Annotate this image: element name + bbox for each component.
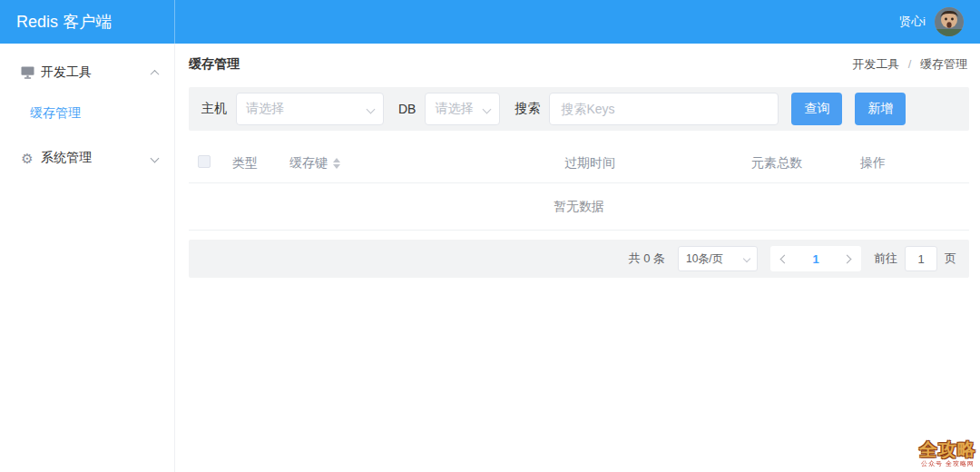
page-size-value: 10条/页: [686, 251, 723, 267]
avatar[interactable]: [935, 7, 964, 36]
app-title: Redis 客户端: [0, 0, 175, 44]
user-area[interactable]: 贤心i: [899, 7, 980, 36]
sidebar-group-dev-tools[interactable]: 开发工具: [0, 54, 174, 91]
breadcrumb-separator: /: [908, 57, 912, 71]
app-window: Redis 客户端 贤心i: [0, 0, 980, 472]
sidebar-group-label: 系统管理: [41, 150, 152, 166]
sidebar: 开发工具 缓存管理 ⚙ 系统管理: [0, 44, 175, 472]
chevron-down-icon: [151, 153, 160, 162]
query-button[interactable]: 查询: [791, 93, 842, 125]
chevron-down-icon: [367, 104, 376, 113]
gear-icon: ⚙: [20, 151, 34, 165]
sort-icon[interactable]: [333, 158, 340, 169]
db-select-placeholder: 请选择: [435, 101, 473, 117]
page-header: 缓存管理 开发工具 / 缓存管理: [176, 44, 980, 85]
add-button[interactable]: 新增: [855, 93, 906, 125]
select-all-checkbox[interactable]: [198, 155, 211, 168]
host-select[interactable]: 请选择: [236, 93, 384, 125]
pager: 1: [770, 246, 861, 271]
main-content: 缓存管理 开发工具 / 缓存管理 主机 请选择 DB 请选择 搜索 查询 新增: [176, 44, 980, 472]
goto-suffix: 页: [945, 251, 956, 267]
sidebar-group-label: 开发工具: [41, 64, 152, 81]
current-page[interactable]: 1: [799, 252, 831, 266]
table-header-row: 类型 缓存键 过期时间 元素总数 操作: [189, 143, 969, 183]
column-header-type: 类型: [232, 155, 289, 172]
pagination-bar: 共 0 条 10条/页 1 前往 页: [189, 240, 969, 278]
empty-state: 暂无数据: [189, 183, 969, 231]
chevron-down-icon: [743, 255, 750, 262]
breadcrumb-item: 缓存管理: [920, 57, 967, 71]
top-header: Redis 客户端 贤心i: [0, 0, 980, 44]
breadcrumb: 开发工具 / 缓存管理: [852, 56, 967, 73]
db-label: DB: [398, 102, 416, 116]
pagination-total: 共 0 条: [629, 251, 665, 267]
search-label: 搜索: [514, 101, 540, 117]
column-header-expire-time: 过期时间: [564, 155, 751, 172]
sidebar-item-cache-management[interactable]: 缓存管理: [0, 94, 174, 131]
column-header-element-count: 元素总数: [751, 155, 860, 172]
page-size-select[interactable]: 10条/页: [678, 246, 758, 271]
cache-table: 类型 缓存键 过期时间 元素总数 操作 暂无数据: [189, 143, 969, 231]
prev-page-icon[interactable]: [780, 254, 789, 263]
goto-label: 前往: [874, 251, 897, 267]
filter-bar: 主机 请选择 DB 请选择 搜索 查询 新增: [189, 87, 969, 131]
breadcrumb-item[interactable]: 开发工具: [852, 57, 899, 71]
db-select[interactable]: 请选择: [425, 93, 500, 125]
monitor-icon: [20, 65, 34, 80]
goto-page: 前往 页: [874, 246, 956, 271]
column-header-operation: 操作: [860, 155, 969, 172]
search-input[interactable]: [549, 93, 779, 125]
host-select-placeholder: 请选择: [246, 101, 284, 117]
goto-page-input[interactable]: [905, 246, 937, 271]
chevron-down-icon: [483, 104, 492, 113]
next-page-icon[interactable]: [843, 254, 852, 263]
page-title: 缓存管理: [189, 56, 240, 73]
column-header-cache-key: 缓存键: [289, 155, 328, 172]
host-label: 主机: [201, 101, 227, 117]
sidebar-group-system-management[interactable]: ⚙ 系统管理: [0, 140, 174, 176]
chevron-up-icon: [151, 69, 160, 78]
username[interactable]: 贤心i: [899, 14, 926, 30]
